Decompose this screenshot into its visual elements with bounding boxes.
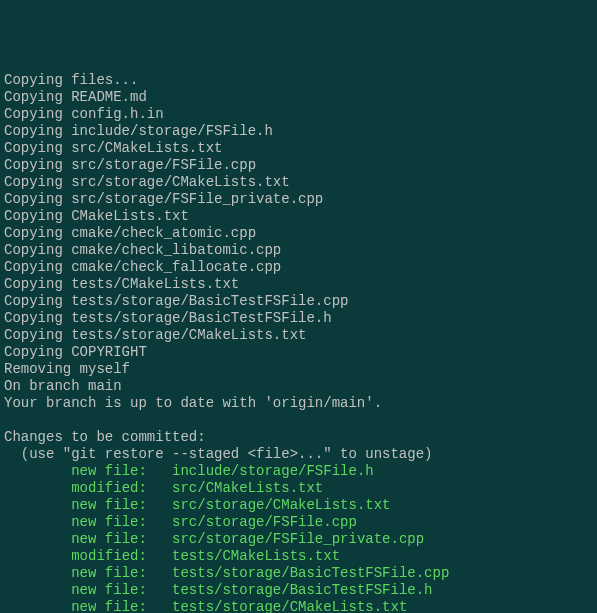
- terminal-line: new file: include/storage/FSFile.h: [4, 463, 593, 480]
- git-status-path: tests/storage/CMakeLists.txt: [172, 599, 407, 613]
- terminal-line: Copying COPYRIGHT: [4, 344, 593, 361]
- terminal-line: Your branch is up to date with 'origin/m…: [4, 395, 593, 412]
- terminal-line: Copying files...: [4, 72, 593, 89]
- git-status-path: tests/storage/BasicTestFSFile.h: [172, 582, 432, 598]
- git-status-label: modified:: [71, 548, 172, 564]
- terminal-line: Copying cmake/check_fallocate.cpp: [4, 259, 593, 276]
- terminal-line: new file: src/storage/CMakeLists.txt: [4, 497, 593, 514]
- git-status-label: new file:: [71, 565, 172, 581]
- terminal-line: new file: tests/storage/BasicTestFSFile.…: [4, 582, 593, 599]
- git-status-label: new file:: [71, 463, 172, 479]
- terminal-line: new file: src/storage/FSFile_private.cpp: [4, 531, 593, 548]
- terminal-line: Copying cmake/check_libatomic.cpp: [4, 242, 593, 259]
- terminal-line: Copying README.md: [4, 89, 593, 106]
- terminal-line: [4, 412, 593, 429]
- terminal-line: Copying src/storage/FSFile.cpp: [4, 157, 593, 174]
- terminal-line: new file: tests/storage/BasicTestFSFile.…: [4, 565, 593, 582]
- git-status-label: new file:: [71, 514, 172, 530]
- git-status-label: new file:: [71, 599, 172, 613]
- git-status-label: new file:: [71, 531, 172, 547]
- git-status-path: src/storage/FSFile_private.cpp: [172, 531, 424, 547]
- git-status-path: src/storage/CMakeLists.txt: [172, 497, 390, 513]
- terminal-line: new file: tests/storage/CMakeLists.txt: [4, 599, 593, 613]
- terminal-line: Copying src/CMakeLists.txt: [4, 140, 593, 157]
- terminal-line: Copying tests/storage/BasicTestFSFile.cp…: [4, 293, 593, 310]
- git-status-label: new file:: [71, 582, 172, 598]
- git-status-path: tests/CMakeLists.txt: [172, 548, 340, 564]
- git-status-label: new file:: [71, 497, 172, 513]
- terminal-line: modified: tests/CMakeLists.txt: [4, 548, 593, 565]
- terminal-line: Copying src/storage/CMakeLists.txt: [4, 174, 593, 191]
- git-status-path: tests/storage/BasicTestFSFile.cpp: [172, 565, 449, 581]
- terminal-line: Copying config.h.in: [4, 106, 593, 123]
- terminal-output[interactable]: Copying files...Copying README.mdCopying…: [4, 72, 593, 613]
- terminal-line: Copying cmake/check_atomic.cpp: [4, 225, 593, 242]
- terminal-line: Copying tests/storage/BasicTestFSFile.h: [4, 310, 593, 327]
- terminal-line: Removing myself: [4, 361, 593, 378]
- terminal-line: Copying CMakeLists.txt: [4, 208, 593, 225]
- git-status-path: src/storage/FSFile.cpp: [172, 514, 357, 530]
- terminal-line: Copying tests/storage/CMakeLists.txt: [4, 327, 593, 344]
- terminal-line: On branch main: [4, 378, 593, 395]
- git-status-path: src/CMakeLists.txt: [172, 480, 323, 496]
- terminal-line: Copying include/storage/FSFile.h: [4, 123, 593, 140]
- terminal-line: Copying tests/CMakeLists.txt: [4, 276, 593, 293]
- terminal-line: modified: src/CMakeLists.txt: [4, 480, 593, 497]
- terminal-line: Copying src/storage/FSFile_private.cpp: [4, 191, 593, 208]
- terminal-line: Changes to be committed:: [4, 429, 593, 446]
- git-status-path: include/storage/FSFile.h: [172, 463, 374, 479]
- git-status-label: modified:: [71, 480, 172, 496]
- terminal-line: new file: src/storage/FSFile.cpp: [4, 514, 593, 531]
- terminal-line: (use "git restore --staged <file>..." to…: [4, 446, 593, 463]
